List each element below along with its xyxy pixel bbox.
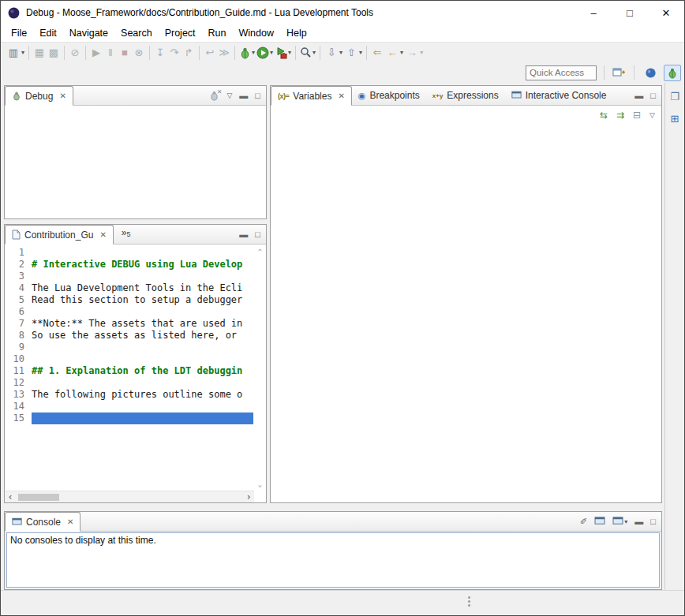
- minimize-window-button[interactable]: –: [575, 1, 612, 24]
- show-logical-structure-icon[interactable]: ⇆: [600, 110, 608, 121]
- tab-contribution-guide[interactable]: Contribution_Gu ✕: [5, 225, 114, 245]
- menu-file[interactable]: File: [5, 26, 33, 40]
- save-all-icon[interactable]: ▩: [47, 47, 61, 59]
- external-tools-button[interactable]: ▾: [274, 46, 292, 60]
- new-wizard-button[interactable]: ▥ ▾: [6, 46, 25, 60]
- forward-button[interactable]: → ▾: [404, 46, 424, 60]
- scroll-up-icon[interactable]: ⌃: [258, 248, 262, 256]
- ldt-perspective-icon[interactable]: [645, 67, 657, 79]
- open-perspective-icon[interactable]: [612, 67, 626, 78]
- display-console-icon[interactable]: [594, 517, 605, 526]
- menu-window[interactable]: Window: [233, 26, 280, 40]
- external-tools-icon[interactable]: [275, 47, 287, 59]
- restore-view-icon[interactable]: ❐: [670, 91, 679, 103]
- disconnect-icon[interactable]: ⊗: [132, 47, 146, 59]
- menu-run[interactable]: Run: [202, 26, 233, 40]
- view-menu-icon[interactable]: ▽: [226, 91, 232, 99]
- step-return-icon[interactable]: ↱: [182, 47, 196, 59]
- minimize-view-icon[interactable]: ▬: [239, 91, 248, 100]
- maximize-view-icon[interactable]: □: [255, 230, 260, 239]
- tab-debug[interactable]: Debug ✕: [5, 86, 73, 106]
- perspective-debug-button[interactable]: [664, 65, 681, 81]
- collapse-all-icon[interactable]: ⊟: [633, 110, 641, 121]
- maximize-window-button[interactable]: □: [612, 1, 648, 24]
- last-edit-location-icon[interactable]: ⇐: [370, 47, 384, 59]
- show-type-names-icon[interactable]: ⇉: [616, 110, 624, 121]
- close-icon[interactable]: ✕: [338, 91, 344, 100]
- save-icon[interactable]: ▦: [32, 47, 47, 59]
- maximize-view-icon[interactable]: □: [650, 91, 656, 100]
- tab-variables[interactable]: (x)= Variables ✕: [271, 86, 352, 106]
- run-button[interactable]: ▾: [256, 46, 274, 60]
- chevron-down-icon[interactable]: ▾: [252, 49, 255, 56]
- previous-annotation-button[interactable]: ⇧ ▾: [343, 46, 363, 60]
- editor-vertical-scrollbar[interactable]: ⌃ ⌄: [254, 245, 266, 491]
- minimize-view-icon[interactable]: ▬: [634, 91, 643, 100]
- previous-annotation-icon[interactable]: ⇧: [344, 47, 358, 59]
- chevron-down-icon[interactable]: ▾: [313, 49, 316, 56]
- remove-terminated-icon[interactable]: ✕: [209, 90, 219, 101]
- minimize-view-icon[interactable]: ▬: [634, 517, 643, 526]
- open-view-icon[interactable]: ⊞: [671, 113, 679, 125]
- editor-horizontal-scrollbar[interactable]: ‹ ›: [5, 491, 254, 502]
- close-window-button[interactable]: ✕: [648, 1, 684, 24]
- perspective-ldt-button[interactable]: [642, 65, 660, 81]
- terminate-icon[interactable]: ■: [118, 47, 132, 59]
- search-icon[interactable]: [300, 47, 312, 58]
- chevron-down-icon[interactable]: ▾: [339, 49, 342, 56]
- scroll-down-icon[interactable]: ⌄: [258, 480, 262, 488]
- scrollbar-thumb[interactable]: [18, 494, 59, 501]
- editor-overflow-button[interactable]: » 5: [114, 225, 134, 244]
- back-icon[interactable]: ←: [385, 47, 399, 59]
- chevron-down-icon[interactable]: ▾: [420, 49, 423, 56]
- close-icon[interactable]: ✕: [99, 230, 106, 239]
- chevron-down-icon[interactable]: ▾: [288, 49, 291, 56]
- menu-project[interactable]: Project: [159, 26, 202, 40]
- chevron-down-icon[interactable]: ▾: [400, 49, 403, 56]
- next-annotation-button[interactable]: ⇩ ▾: [324, 46, 343, 60]
- chevron-down-icon[interactable]: ▾: [21, 49, 24, 56]
- scroll-left-icon[interactable]: ‹: [5, 491, 16, 502]
- view-menu-icon[interactable]: ▽: [649, 111, 655, 119]
- tab-breakpoints[interactable]: ◉ Breakpoints: [352, 86, 426, 105]
- step-filters-icon[interactable]: ≫: [217, 47, 231, 59]
- close-icon[interactable]: ✕: [59, 91, 66, 100]
- debug-bug-icon[interactable]: [239, 47, 251, 59]
- tab-interactive-console[interactable]: Interactive Console: [505, 86, 613, 105]
- editor-body[interactable]: 1 2# Interactive DEBUG using Lua Develop…: [5, 245, 266, 502]
- minimize-view-icon[interactable]: ▬: [239, 230, 248, 239]
- chevron-down-icon[interactable]: ▾: [270, 49, 273, 56]
- close-icon[interactable]: ✕: [67, 517, 73, 526]
- resume-icon[interactable]: ▶: [89, 47, 103, 59]
- chevron-down-icon[interactable]: ▾: [359, 49, 362, 56]
- back-button[interactable]: ← ▾: [384, 46, 404, 60]
- menu-navigate[interactable]: Navigate: [63, 26, 114, 40]
- quick-access-input[interactable]: [526, 65, 597, 80]
- skip-breakpoints-icon[interactable]: ⊘: [68, 47, 82, 59]
- sash-drag-handle[interactable]: [468, 596, 470, 599]
- chevron-down-icon[interactable]: ▾: [624, 518, 627, 525]
- maximize-view-icon[interactable]: □: [255, 91, 260, 100]
- next-annotation-icon[interactable]: ⇩: [324, 47, 339, 59]
- forward-icon[interactable]: →: [405, 47, 419, 59]
- scroll-right-icon[interactable]: ›: [243, 491, 254, 502]
- search-button[interactable]: ▾: [299, 46, 316, 59]
- suspend-icon[interactable]: ‖: [103, 47, 118, 59]
- open-console-button[interactable]: ▾: [612, 517, 627, 526]
- menu-help[interactable]: Help: [280, 26, 313, 40]
- debug-button[interactable]: ▾: [238, 46, 256, 60]
- code-area[interactable]: 1 2# Interactive DEBUG using Lua Develop…: [5, 247, 253, 424]
- maximize-view-icon[interactable]: □: [650, 517, 656, 526]
- step-into-icon[interactable]: ↧: [153, 47, 167, 59]
- tab-expressions[interactable]: x+y Expressions: [426, 86, 505, 105]
- new-wizard-icon[interactable]: ▥: [6, 47, 21, 59]
- tab-console[interactable]: Console ✕: [5, 512, 80, 532]
- step-over-icon[interactable]: ↷: [167, 47, 182, 59]
- debug-perspective-icon[interactable]: [667, 67, 678, 79]
- menu-edit[interactable]: Edit: [33, 26, 63, 40]
- drop-to-frame-icon[interactable]: ↩: [203, 47, 217, 59]
- pin-console-icon[interactable]: ✐: [580, 517, 587, 527]
- open-perspective-button[interactable]: [612, 66, 627, 79]
- menu-search[interactable]: Search: [114, 26, 159, 40]
- run-icon[interactable]: [256, 47, 269, 59]
